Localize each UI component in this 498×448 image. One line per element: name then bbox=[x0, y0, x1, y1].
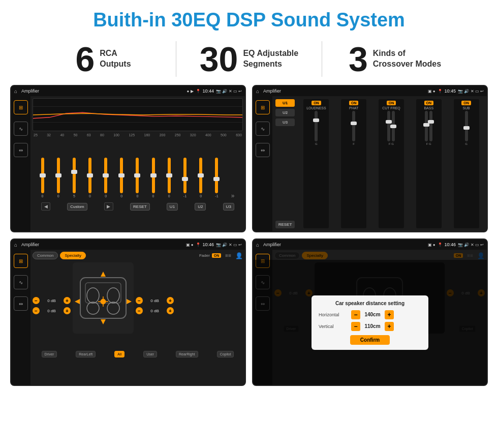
horizontal-plus[interactable]: + bbox=[385, 310, 394, 319]
driver-btn[interactable]: Driver bbox=[42, 351, 57, 357]
vertical-plus[interactable]: + bbox=[385, 322, 394, 331]
fader-sidebar-icon-1[interactable]: ⊞ bbox=[14, 254, 28, 268]
cross-sidebar-icon-3[interactable]: ⇔ bbox=[256, 143, 270, 157]
rearleft-btn[interactable]: RearLeft bbox=[76, 351, 96, 357]
preset-u3[interactable]: U3 bbox=[275, 118, 295, 126]
home-icon-dialog[interactable]: ⌂ bbox=[256, 242, 259, 248]
stat-crossover: 3 Kinds ofCrossover Modes bbox=[322, 42, 468, 76]
freq-500: 500 bbox=[221, 133, 227, 137]
dialog-confirm-row: Confirm bbox=[319, 335, 421, 345]
vol-plus-rl[interactable]: + bbox=[64, 307, 71, 314]
eq-sidebar: ⊞ ∿ ⇔ bbox=[11, 96, 30, 231]
status-icons-fader: 📷 🔊 ✕ ▭ ↩ bbox=[216, 243, 242, 247]
on-badge-loudness[interactable]: ON bbox=[312, 101, 321, 105]
mode-common[interactable]: Common bbox=[33, 252, 58, 259]
slider-track-3[interactable] bbox=[73, 158, 76, 193]
screenshots-grid: ⌂ Amplifier ● ▶ 📍 10:44 📷 🔊 ✕ ▭ ↩ ⊞ ∿ ⇔ bbox=[0, 85, 498, 391]
channel-label-cutfreq: CUT FREQ bbox=[382, 106, 400, 110]
eq-sidebar-icon-2[interactable]: ∿ bbox=[14, 122, 28, 136]
slider-track-11[interactable] bbox=[199, 158, 202, 193]
slider-track-12[interactable] bbox=[215, 158, 218, 193]
vol-minus-fl[interactable]: − bbox=[33, 297, 40, 304]
next-preset-button[interactable]: ▶ bbox=[104, 202, 113, 211]
on-toggle-fader[interactable]: ON bbox=[212, 253, 222, 258]
eq-slider-col: 0 bbox=[168, 156, 171, 199]
crossover-screen-content: ⊞ ∿ ⇔ U1 U2 U3 RESET ON LOUDNESS bbox=[253, 96, 487, 231]
confirm-button[interactable]: Confirm bbox=[350, 335, 390, 345]
play-icons-eq: ● ▶ bbox=[187, 89, 194, 94]
fader-left-vols: − 0 dB + − 0 dB + bbox=[33, 262, 71, 349]
reset-button-eq[interactable]: RESET bbox=[130, 203, 150, 211]
u3-button-eq[interactable]: U3 bbox=[223, 203, 234, 211]
cross-sidebar-icon-1[interactable]: ⊞ bbox=[256, 100, 270, 114]
home-icon-fader[interactable]: ⌂ bbox=[14, 242, 17, 248]
rearright-btn[interactable]: RearRight bbox=[176, 351, 198, 357]
status-bar-eq: ⌂ Amplifier ● ▶ 📍 10:44 📷 🔊 ✕ ▭ ↩ bbox=[11, 86, 245, 96]
fader-sidebar-icon-2[interactable]: ∿ bbox=[14, 275, 28, 289]
horizontal-label: Horizontal bbox=[319, 312, 349, 317]
eq-sidebar-icon-3[interactable]: ⇔ bbox=[14, 143, 28, 157]
location-icon-fader: 📍 bbox=[196, 243, 201, 247]
slider-track-2[interactable] bbox=[57, 158, 60, 193]
u1-button-eq[interactable]: U1 bbox=[167, 203, 178, 211]
on-badge-phat[interactable]: ON bbox=[349, 101, 359, 105]
vertical-minus[interactable]: − bbox=[351, 322, 360, 331]
eq-sliders: 0 0 5 0 0 bbox=[33, 138, 243, 199]
user-btn[interactable]: User bbox=[143, 351, 157, 357]
fader-sidebar-icon-3[interactable]: ⇔ bbox=[14, 296, 28, 311]
vol-val-rr: 0 dB bbox=[144, 309, 165, 313]
horizontal-value: 140cm bbox=[362, 312, 383, 317]
vol-plus-fr[interactable]: + bbox=[167, 297, 174, 304]
preset-u1[interactable]: U1 bbox=[275, 99, 295, 107]
stat-label-rca: RCAOutputs bbox=[100, 48, 131, 70]
channel-label-loudness: LOUDNESS bbox=[306, 106, 326, 110]
home-icon-eq[interactable]: ⌂ bbox=[14, 88, 17, 94]
reset-btn-cross[interactable]: RESET bbox=[275, 221, 295, 228]
eq-freq-labels: 25 32 40 50 63 80 100 125 160 200 250 32… bbox=[33, 133, 243, 137]
slider-track-4[interactable] bbox=[88, 158, 91, 193]
vol-plus-fl[interactable]: + bbox=[64, 297, 71, 304]
vol-val-rl: 0 dB bbox=[41, 309, 62, 313]
svg-point-8 bbox=[107, 302, 119, 314]
status-bar-dialog: ⌂ Amplifier ▣ ● 📍 10:46 📷 🔊 ✕ ▭ ↩ bbox=[253, 240, 487, 250]
screen-dialog: ⌂ Amplifier ▣ ● 📍 10:46 📷 🔊 ✕ ▭ ↩ ⊞ ∿ ⇔ … bbox=[252, 238, 488, 386]
eq-slider-col: 5 bbox=[73, 156, 76, 199]
u2-button-eq[interactable]: U2 bbox=[195, 203, 206, 211]
on-badge-cutfreq[interactable]: ON bbox=[387, 101, 396, 105]
horizontal-minus[interactable]: − bbox=[351, 310, 360, 319]
on-badge-bass[interactable]: ON bbox=[424, 101, 434, 105]
cross-sidebar-icon-2[interactable]: ∿ bbox=[256, 122, 270, 136]
fader-label: Fader bbox=[199, 253, 210, 258]
vol-minus-rl[interactable]: − bbox=[33, 307, 40, 314]
vol-minus-rr[interactable]: − bbox=[136, 307, 143, 314]
slider-track-6[interactable] bbox=[120, 158, 123, 193]
eq-graph bbox=[33, 98, 243, 131]
vol-plus-rr[interactable]: + bbox=[167, 307, 174, 314]
preset-u2[interactable]: U2 bbox=[275, 109, 295, 116]
expand-arrows[interactable]: » bbox=[231, 192, 235, 199]
on-badge-sub[interactable]: ON bbox=[461, 101, 471, 105]
eq-bottom-bar: ◀ Custom ▶ RESET U1 U2 U3 bbox=[33, 201, 243, 212]
dialog-overlay: Car speaker distance setting Horizontal … bbox=[253, 260, 487, 385]
screen-crossover: ⌂ Amplifier ▣ ● 📍 10:45 📷 🔊 ✕ ▭ ↩ ⊞ ∿ ⇔ … bbox=[252, 85, 488, 232]
eq-slider-col: 0 bbox=[152, 156, 155, 199]
eq-sidebar-icon-1[interactable]: ⊞ bbox=[14, 100, 28, 114]
copilot-btn[interactable]: Copilot bbox=[217, 351, 234, 357]
mode-specialty[interactable]: Specialty bbox=[60, 252, 85, 259]
prev-preset-button[interactable]: ◀ bbox=[41, 202, 50, 211]
slider-track-5[interactable] bbox=[104, 158, 107, 193]
stat-label-eq: EQ AdjustableSegments bbox=[243, 48, 298, 70]
slider-track-7[interactable] bbox=[136, 158, 139, 193]
freq-400: 400 bbox=[205, 133, 211, 137]
fader-sidebar: ⊞ ∿ ⇔ bbox=[11, 250, 30, 385]
freq-100: 100 bbox=[113, 133, 119, 137]
slider-track-9[interactable] bbox=[168, 158, 171, 193]
freq-63: 63 bbox=[87, 133, 91, 137]
slider-track-8[interactable] bbox=[152, 158, 155, 193]
freq-160: 160 bbox=[144, 133, 150, 137]
vol-minus-fr[interactable]: − bbox=[136, 297, 143, 304]
home-icon-cross[interactable]: ⌂ bbox=[256, 88, 259, 94]
slider-track-1[interactable] bbox=[41, 158, 44, 193]
slider-track-10[interactable] bbox=[183, 158, 186, 193]
all-btn[interactable]: All bbox=[114, 351, 124, 357]
